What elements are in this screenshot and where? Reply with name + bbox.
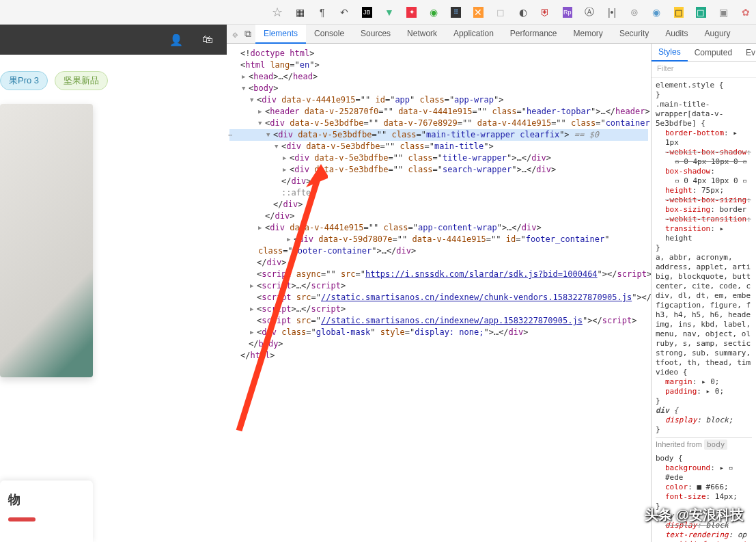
dom-line[interactable]: ::after	[229, 187, 648, 199]
dom-line[interactable]: ▶<div data-v-5e3bdfbe="" class="search-w…	[229, 164, 648, 176]
devtools-tab-sources[interactable]: Sources	[352, 25, 399, 44]
ext-vue-icon[interactable]: ▼	[384, 7, 395, 18]
dom-line[interactable]: ▶<header data-v-252870f0="" data-v-4441e…	[229, 106, 648, 118]
ext-moon-icon[interactable]: ◐	[518, 7, 528, 18]
styles-tab-styles[interactable]: Styles	[652, 44, 688, 62]
dom-line[interactable]: <script src="//static.smartisanos.cn/ind…	[229, 315, 648, 327]
devtools-tab-performance[interactable]: Performance	[502, 25, 565, 44]
site-content: 果Pro 3 坚果新品 物	[0, 55, 227, 542]
dom-line[interactable]: </div>	[229, 211, 648, 222]
dom-line[interactable]: ▶<script>…</script>	[229, 303, 648, 315]
style-rule-block[interactable]: element.style {}	[656, 81, 752, 100]
site-topbar: 👤 🛍	[0, 25, 227, 55]
styles-pane: Styles Computed Ev Filter element.style …	[651, 44, 756, 542]
ext-grey-icon[interactable]: ◻	[496, 7, 506, 18]
dom-line[interactable]: </div>	[229, 257, 648, 269]
devtools-tab-application[interactable]: Application	[445, 25, 502, 44]
dom-line[interactable]: ▶<div data-v-5e3bdfbe="" class="title-wr…	[229, 152, 648, 164]
product-badge-1[interactable]: 果Pro 3	[0, 71, 48, 90]
devtools-tab-security[interactable]: Security	[611, 25, 657, 44]
dom-line[interactable]: ▶<script>…</script>	[229, 280, 648, 292]
star-icon[interactable]: ☆	[272, 5, 283, 20]
devtools-tab-augury[interactable]: Augury	[697, 25, 739, 44]
bottom-card-title: 物	[8, 491, 85, 508]
dom-line[interactable]: ▼<body>	[229, 83, 648, 94]
dom-line[interactable]: </div>	[229, 176, 648, 187]
ext-target-icon[interactable]: ⊚	[629, 7, 639, 18]
inspect-icon[interactable]: ⟐	[232, 29, 238, 40]
dom-tree[interactable]: <!doctype html><html lang="en">▶<head>…<…	[227, 44, 651, 542]
bottom-card[interactable]: 物	[0, 480, 93, 542]
device-icon[interactable]: ⧉	[244, 28, 251, 40]
devtools-tabs: ⟐ ⧉ ElementsConsoleSourcesNetworkApplica…	[227, 25, 756, 44]
style-rule-block[interactable]: a, abbr, acronym, address, applet, arti …	[656, 253, 752, 406]
devtools-panel: ⟐ ⧉ ElementsConsoleSourcesNetworkApplica…	[227, 25, 756, 542]
style-rule-block[interactable]: div {display: block;}	[656, 406, 752, 435]
ext-multi-icon[interactable]: ⠿	[451, 7, 461, 18]
ext-yellow-icon[interactable]: ◻	[674, 7, 684, 18]
ext-green-icon[interactable]: ◉	[429, 7, 439, 18]
dom-line[interactable]: </html>	[229, 350, 648, 362]
ext-puzzle-icon[interactable]: ✿	[740, 7, 751, 18]
accent-divider	[8, 517, 36, 521]
styles-tabs: Styles Computed Ev	[652, 44, 756, 62]
ext-pilcrow-icon[interactable]: ¶	[317, 7, 327, 18]
ext-shield-icon[interactable]: ⛨	[540, 7, 550, 18]
watermark-text: 头条 @安浪科技	[645, 506, 744, 524]
dom-line[interactable]: <!doctype html>	[229, 48, 648, 59]
dom-line[interactable]: ▼<div data-v-5e3bdfbe="" class="main-tit…	[229, 141, 648, 152]
dom-line[interactable]: ⋯▼<div data-v-5e3bdfbe="" class="main-ti…	[229, 129, 648, 141]
dom-line[interactable]: ▶<div data-v-4441e915="" class="app-cont…	[229, 222, 648, 234]
style-rule-block[interactable]: .main-title-wrapper[data-v-5e3bdfbe] {bo…	[656, 100, 752, 253]
ext-purple-icon[interactable]: Rp	[563, 7, 573, 18]
dom-line[interactable]: ▶<div data-v-59d7807e="" data-v-4441e915…	[229, 234, 648, 257]
styles-body[interactable]: element.style {}.main-title-wrapper[data…	[652, 78, 756, 542]
ext-red-icon[interactable]: ✦	[406, 7, 417, 18]
ext-history-icon[interactable]: ↶	[339, 7, 350, 18]
dom-line[interactable]: ▶<head>…</head>	[229, 71, 648, 83]
dom-line[interactable]: <script async="" src="https://i.snssdk.c…	[229, 269, 648, 280]
ext-camera-icon[interactable]: ▣	[718, 7, 729, 18]
ext-brackets-icon[interactable]: |•|	[607, 7, 617, 18]
ext-qr-icon[interactable]: ▦	[295, 7, 305, 18]
product-badge-2[interactable]: 坚果新品	[55, 71, 108, 90]
styles-tab-computed[interactable]: Computed	[688, 44, 739, 61]
devtools-tab-memory[interactable]: Memory	[565, 25, 611, 44]
devtools-tab-console[interactable]: Console	[306, 25, 352, 44]
styles-filter[interactable]: Filter	[652, 62, 756, 78]
user-icon[interactable]: 👤	[169, 33, 183, 46]
dom-line[interactable]: </body>	[229, 338, 648, 350]
dom-line[interactable]: ▼<div data-v-4441e915="" id="app" class=…	[229, 94, 648, 106]
styles-tab-event[interactable]: Ev	[739, 44, 756, 61]
ext-teal-icon[interactable]: ◻	[696, 7, 706, 18]
dom-line[interactable]: ▶<div class="global-mask" style="display…	[229, 327, 648, 338]
browser-toolbar: ☆ ▦ ¶ ↶ JB ▼ ✦ ◉ ⠿ ✕ ◻ ◐ ⛨ Rp Ⓐ |•| ⊚ ◉ …	[0, 0, 756, 25]
ext-jb-icon[interactable]: JB	[362, 7, 372, 18]
devtools-tab-elements[interactable]: Elements	[255, 25, 306, 44]
dom-line[interactable]: <script src="//static.smartisanos.cn/ind…	[229, 292, 648, 303]
ext-globe-icon[interactable]: ◉	[652, 7, 662, 18]
website-preview-pane: 👤 🛍 果Pro 3 坚果新品 物	[0, 25, 227, 542]
devtools-tab-audits[interactable]: Audits	[657, 25, 696, 44]
style-rule-block[interactable]: body {background: ▸ ▫ #edecolor: ■ #666;…	[656, 454, 752, 511]
dom-line[interactable]: <html lang="en">	[229, 59, 648, 71]
product-hero-image	[0, 104, 93, 377]
cart-icon[interactable]: 🛍	[202, 33, 213, 46]
devtools-tab-network[interactable]: Network	[399, 25, 445, 44]
ext-acircle-icon[interactable]: Ⓐ	[585, 7, 595, 18]
ext-orange-icon[interactable]: ✕	[473, 7, 484, 18]
dom-line[interactable]: ▼<div data-v-5e3bdfbe="" data-v-767e8929…	[229, 118, 648, 129]
dom-line[interactable]: </div>	[229, 199, 648, 211]
